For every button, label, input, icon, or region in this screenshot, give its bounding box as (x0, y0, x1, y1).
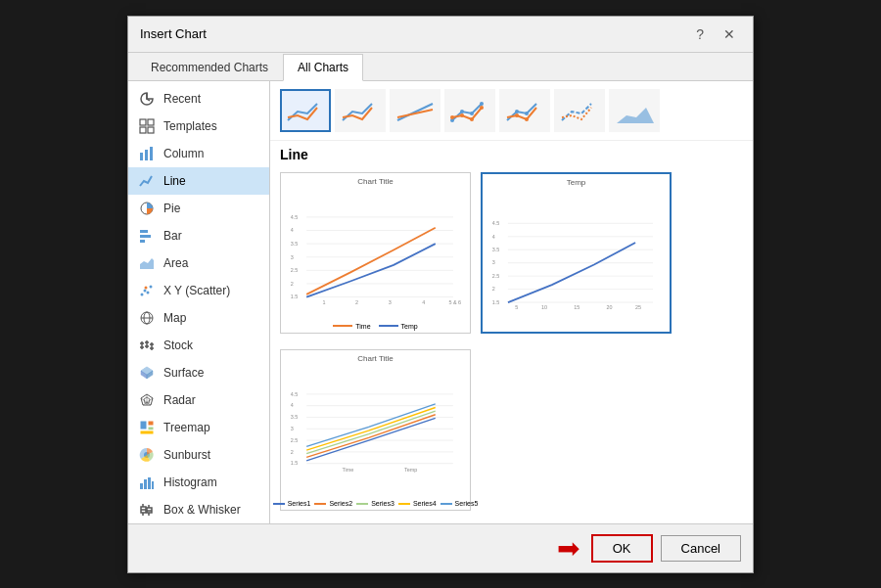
svg-rect-3 (148, 127, 154, 133)
close-button[interactable]: ✕ (718, 24, 741, 44)
sidebar-item-sunburst[interactable]: Sunburst (128, 441, 269, 469)
svg-point-12 (141, 293, 144, 295)
svg-point-75 (515, 110, 519, 113)
svg-text:2.5: 2.5 (291, 437, 299, 443)
svg-text:4: 4 (492, 233, 495, 239)
svg-point-14 (147, 291, 150, 294)
insert-chart-dialog: Insert Chart ? ✕ Recommended Charts All … (127, 16, 754, 573)
chart-preview-2[interactable]: Temp 4.5 4 3.5 3 2.5 2 1.5 (481, 172, 672, 334)
sidebar-item-treemap[interactable]: Treemap (128, 414, 269, 441)
sidebar-item-histogram[interactable]: Histogram (128, 469, 269, 496)
stock-icon (138, 337, 156, 354)
svg-text:4: 4 (291, 402, 294, 408)
svg-point-13 (144, 289, 147, 292)
sidebar-item-map[interactable]: Map (128, 304, 269, 332)
dialog-footer: ➡ OK Cancel (128, 523, 753, 572)
sidebar-label-map: Map (163, 311, 186, 325)
svg-line-66 (397, 110, 433, 117)
svg-point-72 (460, 113, 464, 117)
subtype-line-4[interactable] (444, 89, 495, 132)
svg-rect-1 (148, 119, 154, 125)
svg-rect-0 (140, 119, 146, 125)
tab-recommended[interactable]: Recommended Charts (136, 54, 283, 81)
tab-all-charts[interactable]: All Charts (283, 54, 363, 81)
subtype-line-1[interactable] (280, 89, 331, 132)
svg-text:2.5: 2.5 (492, 272, 499, 278)
svg-rect-42 (140, 483, 143, 489)
cancel-button[interactable]: Cancel (661, 535, 741, 562)
svg-text:Temp: Temp (404, 467, 417, 473)
treemap-icon (138, 419, 156, 436)
dialog-title-area: Insert Chart (140, 26, 207, 41)
chart1-title: Chart Title (281, 173, 470, 188)
svg-text:5 & 6: 5 & 6 (448, 298, 461, 304)
svg-point-69 (470, 112, 474, 115)
subtype-line-5[interactable] (499, 89, 550, 132)
svg-rect-4 (140, 153, 143, 160)
chart3-legend: Series1 Series2 Series3 Series4 Series5 (281, 498, 470, 510)
svg-text:4: 4 (291, 227, 294, 233)
svg-text:3.5: 3.5 (291, 414, 299, 420)
sidebar-label-column: Column (163, 147, 204, 160)
recent-icon (138, 90, 156, 108)
svg-rect-6 (150, 147, 153, 160)
svg-rect-39 (148, 427, 154, 430)
svg-point-71 (450, 115, 454, 119)
sidebar-label-line: Line (163, 174, 186, 188)
svg-text:20: 20 (606, 304, 612, 310)
svg-text:10: 10 (541, 304, 547, 310)
histogram-icon (138, 474, 156, 491)
svg-rect-2 (140, 127, 146, 133)
subtype-line-7[interactable] (609, 89, 660, 132)
svg-text:4.5: 4.5 (291, 213, 299, 219)
help-button[interactable]: ? (690, 24, 710, 44)
svg-text:3: 3 (291, 253, 294, 259)
svg-point-78 (525, 117, 529, 121)
sidebar-item-radar[interactable]: Radar (128, 386, 269, 414)
scatter-icon (138, 282, 156, 299)
subtype-line-2[interactable] (335, 89, 386, 132)
chart2-title: Temp (483, 174, 670, 189)
sidebar-item-recent[interactable]: Recent (128, 85, 269, 113)
chart-subtypes-row (270, 81, 753, 141)
sidebar-label-scatter: X Y (Scatter) (163, 284, 230, 297)
box-icon (138, 501, 156, 519)
sidebar-item-bar[interactable]: Bar (128, 222, 269, 249)
sidebar-item-box[interactable]: Box & Whisker (128, 496, 269, 523)
bar-icon (138, 227, 156, 245)
templates-icon (138, 117, 156, 135)
svg-point-77 (515, 113, 519, 117)
svg-text:3.5: 3.5 (291, 240, 299, 246)
sidebar-item-pie[interactable]: Pie (128, 195, 269, 222)
sidebar-label-sunburst: Sunburst (163, 448, 210, 462)
sidebar-item-scatter[interactable]: X Y (Scatter) (128, 277, 269, 304)
sidebar-item-line[interactable]: Line (128, 167, 269, 195)
sidebar-item-templates[interactable]: Templates (128, 113, 269, 140)
subtype-line-6[interactable] (554, 89, 605, 132)
line-icon (138, 172, 156, 190)
svg-point-73 (470, 117, 474, 121)
surface-icon (138, 364, 156, 382)
dialog-content: Recent Templates Column (128, 81, 753, 523)
column-icon (138, 145, 156, 162)
svg-text:5: 5 (515, 304, 518, 310)
svg-text:1.5: 1.5 (291, 294, 299, 299)
svg-marker-11 (140, 258, 154, 269)
chart-preview-1[interactable]: Chart Title 4.5 4 3.5 3 2.5 2 1.5 (280, 172, 471, 334)
svg-point-76 (525, 112, 529, 115)
svg-text:1.5: 1.5 (492, 298, 499, 304)
sidebar-item-column[interactable]: Column (128, 140, 269, 167)
svg-text:4.5: 4.5 (291, 391, 299, 397)
chart-preview-3[interactable]: Chart Title 4.5 4 3.5 3 2.5 2 1.5 (280, 349, 471, 511)
sidebar-item-surface[interactable]: Surface (128, 359, 269, 386)
ok-button[interactable]: OK (591, 534, 653, 563)
sidebar-item-stock[interactable]: Stock (128, 332, 269, 359)
svg-text:2: 2 (355, 298, 358, 304)
subtype-line-3[interactable] (390, 89, 440, 132)
svg-text:1.5: 1.5 (291, 460, 299, 466)
sidebar-item-area[interactable]: Area (128, 249, 269, 277)
sidebar-label-radar: Radar (163, 393, 196, 407)
arrow-indicator: ➡ (557, 532, 580, 565)
sidebar-label-histogram: Histogram (163, 475, 217, 489)
legend-time: Time (333, 323, 370, 330)
